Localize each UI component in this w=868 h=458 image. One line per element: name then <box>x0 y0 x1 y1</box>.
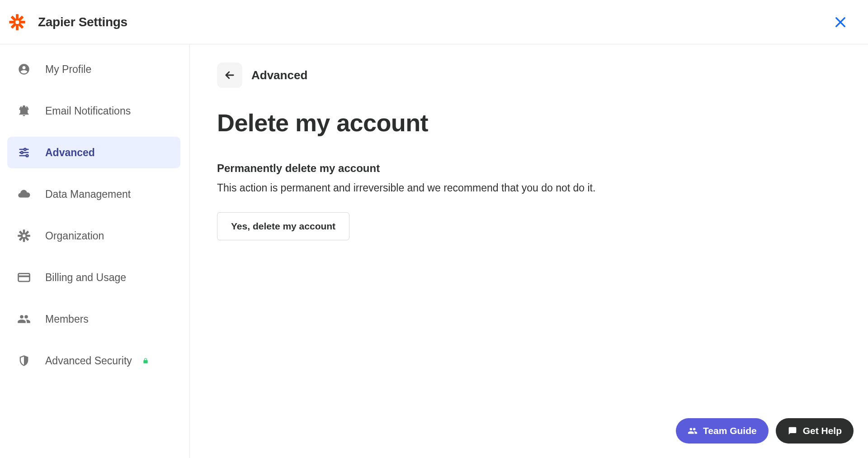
sidebar-item-label: Advanced <box>45 147 95 159</box>
cloud-icon <box>17 187 31 201</box>
credit-card-icon <box>17 271 31 284</box>
sidebar-item-billing-usage[interactable]: Billing and Usage <box>7 262 180 293</box>
get-help-label: Get Help <box>803 425 842 436</box>
page-title: Delete my account <box>217 109 841 137</box>
sidebar-item-advanced[interactable]: Advanced <box>7 137 180 168</box>
svg-point-0 <box>24 148 26 151</box>
zapier-logo-icon <box>9 14 25 30</box>
arrow-left-icon <box>223 69 236 81</box>
main-content: Advanced Delete my account Permanently d… <box>190 44 868 458</box>
sidebar-item-label: Organization <box>45 230 104 242</box>
sidebar-item-label: Members <box>45 313 89 325</box>
back-button[interactable] <box>217 62 242 88</box>
sidebar-item-data-management[interactable]: Data Management <box>7 178 180 210</box>
sliders-icon <box>17 146 31 159</box>
sidebar-item-label: My Profile <box>45 63 91 76</box>
sidebar-item-organization[interactable]: Organization <box>7 220 180 252</box>
breadcrumb-row: Advanced <box>217 62 841 88</box>
settings-sidebar: My Profile Email Notifications Advanced … <box>0 44 190 458</box>
members-icon <box>17 312 31 326</box>
person-icon <box>17 62 31 76</box>
sidebar-item-label: Billing and Usage <box>45 272 126 284</box>
sidebar-item-members[interactable]: Members <box>7 303 180 335</box>
lock-icon <box>142 357 149 364</box>
sidebar-item-label: Data Management <box>45 188 131 200</box>
get-help-button[interactable]: Get Help <box>776 418 854 444</box>
close-button[interactable] <box>831 13 850 32</box>
close-icon <box>833 15 848 29</box>
layout: My Profile Email Notifications Advanced … <box>0 44 868 458</box>
bell-icon <box>17 104 31 118</box>
header-left: Zapier Settings <box>9 14 127 30</box>
chat-icon <box>788 426 797 436</box>
sidebar-item-my-profile[interactable]: My Profile <box>7 53 180 85</box>
section-heading: Permanently delete my account <box>217 162 841 175</box>
sidebar-item-label: Advanced Security <box>45 355 132 367</box>
svg-rect-3 <box>19 273 30 281</box>
team-icon <box>688 426 698 436</box>
delete-account-button[interactable]: Yes, delete my account <box>217 212 349 240</box>
team-guide-label: Team Guide <box>703 425 757 436</box>
section-description: This action is permanent and irreversibl… <box>217 182 841 194</box>
breadcrumb-label: Advanced <box>251 68 307 82</box>
floating-actions: Team Guide Get Help <box>676 418 854 444</box>
header: Zapier Settings <box>0 0 868 44</box>
team-guide-button[interactable]: Team Guide <box>676 418 769 444</box>
svg-point-1 <box>21 152 23 154</box>
sidebar-item-label: Email Notifications <box>45 105 131 117</box>
organization-icon <box>17 229 31 243</box>
sidebar-item-advanced-security[interactable]: Advanced Security <box>7 345 180 377</box>
sidebar-item-email-notifications[interactable]: Email Notifications <box>7 95 180 127</box>
svg-point-2 <box>26 155 28 157</box>
shield-icon <box>17 354 31 367</box>
header-title: Zapier Settings <box>38 15 127 29</box>
